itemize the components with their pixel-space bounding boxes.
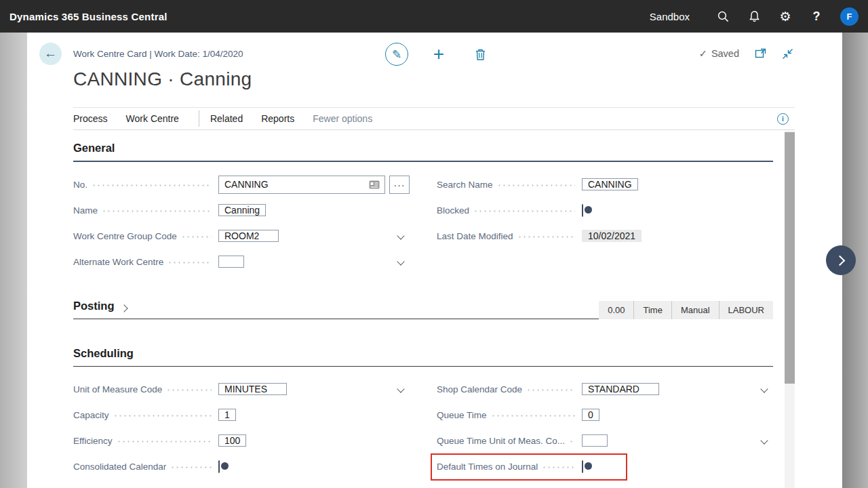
no-input[interactable]: CANNING [218, 176, 385, 194]
consolidated-calendar-label: Consolidated Calendar [73, 462, 166, 472]
app-title: Dynamics 365 Business Central [9, 11, 167, 22]
new-record-button[interactable]: + [427, 43, 450, 66]
settings-gear-icon[interactable]: ⚙ [770, 0, 801, 33]
general-section-title[interactable]: General [73, 140, 115, 161]
general-fields: No. CANNING ··· Name Cannin [73, 176, 773, 271]
header-right-cluster: ✓ Saved [699, 47, 793, 60]
efficiency-input[interactable]: 100 [218, 434, 246, 447]
info-icon[interactable]: i [777, 113, 789, 125]
field-no: No. CANNING ··· [73, 176, 410, 194]
collapse-page-icon[interactable] [781, 47, 793, 60]
dotted-leader [118, 441, 212, 443]
efficiency-label: Efficiency [73, 436, 113, 446]
last-date-modified-value: 10/02/2021 [582, 230, 642, 242]
delete-button[interactable] [469, 43, 492, 66]
open-in-new-window-icon[interactable] [754, 47, 766, 60]
next-record-button[interactable] [826, 245, 856, 275]
capacity-label: Capacity [73, 410, 109, 420]
dotted-leader [570, 441, 575, 443]
unit-of-measure-select[interactable]: MINUTES [218, 383, 287, 395]
dotted-leader [519, 236, 575, 238]
posting-summary-unit-cost-calculation[interactable]: Time [633, 301, 671, 319]
queue-time-uom-label: Queue Time Unit of Meas. Co... [437, 436, 565, 446]
plus-icon: + [433, 43, 444, 65]
ribbon-divider [199, 110, 199, 127]
saved-status: ✓ Saved [699, 48, 739, 59]
shop-calendar-select[interactable]: STANDARD [582, 383, 659, 395]
chevron-down-icon [397, 258, 404, 265]
scheduling-section-title[interactable]: Scheduling [73, 346, 134, 366]
field-alternate-work-centre: Alternate Work Centre [73, 253, 410, 271]
blocked-toggle[interactable] [582, 204, 583, 217]
section-posting: Posting 0.00 Time Manual LABOUR [73, 298, 773, 319]
tab-reports[interactable]: Reports [261, 113, 294, 124]
vertical-scrollbar[interactable] [785, 131, 795, 488]
dotted-leader [103, 210, 212, 212]
field-unit-of-measure-code: Unit of Measure Code MINUTES [73, 380, 410, 399]
shop-calendar-label: Shop Calendar Code [437, 384, 522, 394]
chevron-right-icon [120, 304, 127, 312]
queue-time-input[interactable]: 0 [582, 409, 599, 421]
environment-name: Sandbox [650, 11, 690, 22]
chevron-down-icon [760, 436, 768, 444]
unit-of-measure-label: Unit of Measure Code [73, 384, 162, 394]
field-queue-time: Queue Time 0 [437, 406, 773, 424]
dotted-leader [167, 389, 212, 391]
section-general: General No. CANNING ··· [73, 140, 773, 271]
dotted-leader [475, 210, 575, 212]
field-last-date-modified: Last Date Modified 10/02/2021 [437, 227, 773, 245]
general-left-column: No. CANNING ··· Name Cannin [73, 176, 410, 271]
no-label: No. [73, 180, 87, 190]
queue-time-uom-select[interactable] [582, 434, 608, 447]
scheduling-section-header: Scheduling [73, 346, 773, 367]
scrollbar-thumb[interactable] [785, 132, 795, 384]
posting-section-header: Posting 0.00 Time Manual LABOUR [73, 298, 773, 319]
notifications-bell-icon[interactable] [738, 0, 770, 33]
tab-fewer-options[interactable]: Fewer options [313, 113, 372, 124]
record-card-icon[interactable] [369, 180, 380, 189]
dotted-leader [498, 184, 575, 186]
search-icon[interactable] [707, 0, 738, 33]
name-input[interactable]: Canning [218, 204, 266, 216]
back-button[interactable]: ← [39, 43, 62, 65]
posting-summary-tiles: 0.00 Time Manual LABOUR [599, 301, 773, 319]
check-icon: ✓ [699, 48, 707, 59]
consolidated-calendar-toggle[interactable] [218, 460, 220, 473]
dotted-leader [93, 184, 212, 186]
left-edge-gutter [0, 33, 27, 488]
user-avatar[interactable]: F [840, 7, 859, 26]
last-date-modified-label: Last Date Modified [437, 231, 513, 241]
capacity-input[interactable]: 1 [218, 409, 236, 421]
alternate-select[interactable] [218, 256, 244, 268]
dotted-leader [543, 466, 575, 468]
posting-summary-gen-prod-posting-group[interactable]: LABOUR [719, 301, 773, 319]
tab-related[interactable]: Related [210, 113, 243, 124]
pencil-icon: ✎ [392, 47, 401, 62]
field-efficiency: Efficiency 100 [73, 432, 410, 450]
field-blocked: Blocked [437, 201, 773, 220]
posting-section-title[interactable]: Posting [73, 298, 115, 319]
edit-button[interactable]: ✎ [385, 43, 408, 66]
tab-work-centre[interactable]: Work Centre [126, 113, 179, 124]
chevron-down-icon [397, 385, 404, 392]
chevron-right-icon [834, 255, 845, 266]
no-control: CANNING ··· [218, 176, 410, 194]
group-code-select[interactable]: ROOM2 [218, 230, 279, 242]
scheduling-right-column: Shop Calendar Code STANDARD Queue Time 0 [437, 380, 773, 476]
saved-label: Saved [711, 48, 739, 59]
posting-summary-direct-unit-cost[interactable]: 0.00 [599, 301, 633, 319]
chevron-down-icon [397, 232, 404, 239]
more-options-button[interactable]: ··· [389, 176, 410, 194]
posting-summary-flushing-method[interactable]: Manual [671, 301, 719, 319]
field-capacity: Capacity 1 [73, 406, 410, 424]
section-scheduling: Scheduling Unit of Measure Code MINUTES … [73, 346, 773, 476]
tab-process[interactable]: Process [73, 113, 108, 124]
work-centre-card-panel: ← Work Centre Card | Work Date: 1/04/202… [27, 33, 842, 488]
field-work-centre-group-code: Work Centre Group Code ROOM2 [73, 227, 410, 245]
general-right-column: Search Name CANNING Blocked Last Date Mo… [437, 176, 773, 271]
default-times-toggle[interactable] [582, 460, 583, 473]
general-section-header: General [73, 140, 773, 162]
help-icon[interactable]: ? [801, 0, 832, 33]
dotted-leader [169, 262, 212, 264]
search-name-input[interactable]: CANNING [582, 178, 638, 190]
